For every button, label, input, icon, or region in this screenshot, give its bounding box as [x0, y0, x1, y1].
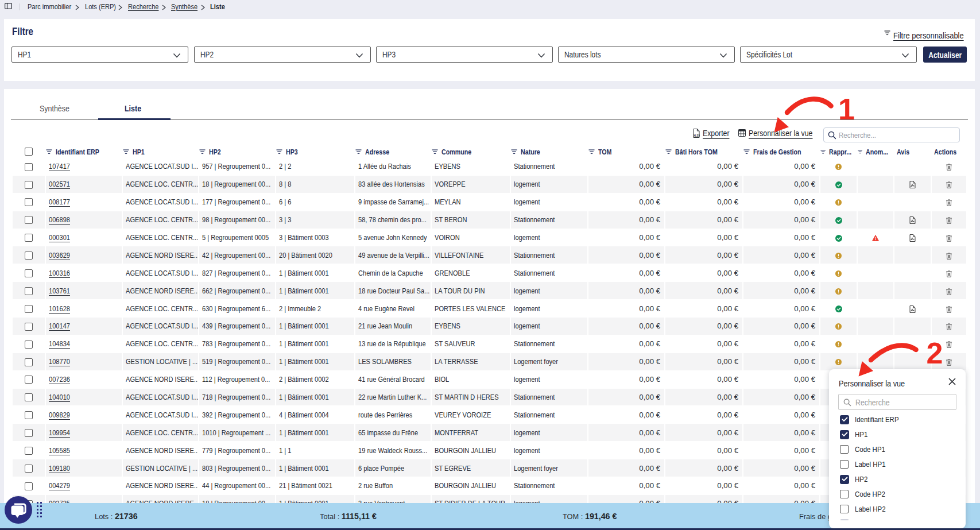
- svg-text:XLSX: XLSX: [694, 134, 700, 137]
